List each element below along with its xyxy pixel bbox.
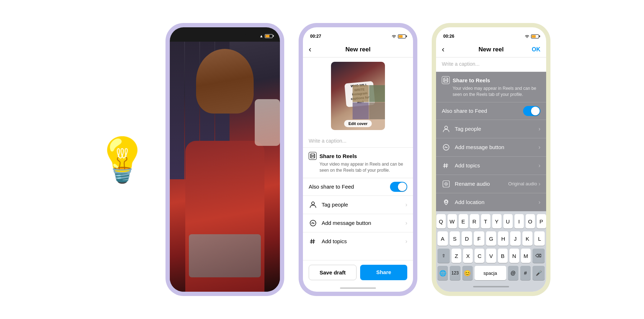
- key-Y[interactable]: Y: [492, 214, 502, 228]
- reel-grid: [353, 85, 385, 119]
- phone3-tag-people-chevron: ›: [539, 126, 540, 132]
- phone3-also-share-label: Also share to Feed: [442, 108, 487, 114]
- phone-3-title: New reel: [453, 46, 530, 53]
- svg-point-11: [445, 79, 446, 81]
- key-S[interactable]: S: [450, 231, 460, 246]
- phone-3-wifi-icon: [525, 34, 530, 38]
- svg-line-17: [446, 163, 447, 168]
- key-globe[interactable]: 🌐: [437, 266, 448, 280]
- lightbulb-emoji: 💡: [95, 138, 149, 181]
- keyboard-row-1: Q W E R T Y U I O P: [437, 214, 545, 228]
- key-V[interactable]: V: [486, 249, 496, 263]
- phone3-add-message-label: Add message button: [455, 144, 539, 150]
- key-B[interactable]: B: [498, 249, 508, 263]
- phone-3-ok-button[interactable]: OK: [530, 46, 540, 53]
- tag-people-label: Tag people: [322, 202, 405, 208]
- phone-1-inner: ▲: [170, 27, 280, 292]
- phone3-add-topics-item[interactable]: Add topics ›: [436, 157, 546, 175]
- phone-2-caption-input[interactable]: Write a caption...: [303, 134, 413, 148]
- key-E[interactable]: E: [459, 214, 468, 228]
- reel-grid-cell-1: [353, 85, 369, 102]
- key-J[interactable]: J: [510, 231, 521, 246]
- key-G[interactable]: G: [486, 231, 496, 246]
- phone-2-battery-icon: [398, 34, 406, 38]
- phone-3-back-button[interactable]: ‹: [442, 45, 453, 54]
- add-topics-label: Add topics: [322, 238, 405, 244]
- phone3-rename-audio-item[interactable]: Rename audio Original audio ›: [436, 175, 546, 193]
- phone3-add-location-item[interactable]: Add location ›: [436, 193, 546, 211]
- phone-1-photo-person: [170, 42, 280, 292]
- svg-point-23: [445, 200, 447, 203]
- add-message-chevron: ›: [405, 220, 407, 226]
- key-K[interactable]: K: [522, 231, 533, 246]
- key-D[interactable]: D: [462, 231, 472, 246]
- key-hash[interactable]: #: [520, 266, 531, 280]
- bottom-buttons: Save draft Share: [303, 260, 413, 285]
- key-O[interactable]: O: [526, 214, 535, 228]
- key-at[interactable]: @: [508, 266, 518, 280]
- key-A[interactable]: A: [437, 231, 448, 246]
- phone3-add-message-item[interactable]: Add message button ›: [436, 138, 546, 157]
- key-N[interactable]: N: [509, 249, 519, 263]
- svg-point-4: [312, 202, 314, 205]
- key-shift[interactable]: ⇧: [437, 249, 450, 263]
- key-mic[interactable]: 🎤: [532, 266, 545, 280]
- key-Q[interactable]: Q: [436, 214, 446, 228]
- phone3-tag-people-item[interactable]: Tag people ›: [436, 120, 546, 138]
- phone3-also-share-toggle[interactable]: [523, 106, 540, 116]
- key-R[interactable]: R: [470, 214, 479, 228]
- svg-line-6: [311, 239, 312, 244]
- key-L[interactable]: L: [534, 231, 545, 246]
- edit-cover-button[interactable]: Edit cover: [344, 120, 372, 127]
- keyboard-row-3: ⇧ Z X C V B N M ⌫: [437, 249, 545, 263]
- phone3-add-location-icon: [442, 198, 450, 207]
- add-message-icon: [309, 219, 317, 227]
- phone3-share-to-reels-subtitle: Your video may appear in Reels and can b…: [442, 85, 540, 98]
- person-icon-svg: [309, 201, 317, 208]
- key-space[interactable]: spacja: [475, 266, 506, 280]
- tag-people-icon: [309, 200, 317, 209]
- phone3-rename-audio-label: Rename audio: [455, 181, 508, 187]
- hash-icon-svg: [309, 238, 317, 245]
- key-delete[interactable]: ⌫: [532, 249, 545, 263]
- key-123[interactable]: 123: [450, 266, 460, 280]
- share-button[interactable]: Share: [360, 265, 407, 280]
- phone-2: 00:27 ‹ New reel: [299, 23, 417, 296]
- home-indicator-2: [303, 285, 413, 292]
- also-share-toggle[interactable]: [390, 182, 407, 192]
- phone-3: 00:26 ‹ New reel OK: [432, 23, 550, 296]
- phone-3-caption-input[interactable]: Write a caption...: [436, 57, 546, 72]
- phone-2-notch: [336, 27, 380, 37]
- key-T[interactable]: T: [481, 214, 490, 228]
- phone-1-wifi-icon: ▲: [259, 34, 263, 38]
- phone-2-nav-bar: ‹ New reel: [303, 42, 413, 57]
- tag-people-item[interactable]: Tag people ›: [303, 196, 413, 214]
- key-emoji[interactable]: 😊: [462, 266, 473, 280]
- key-C[interactable]: C: [475, 249, 484, 263]
- phone3-hash-icon-svg: [443, 162, 450, 169]
- key-M[interactable]: M: [521, 249, 531, 263]
- key-F[interactable]: F: [474, 231, 484, 246]
- share-to-reels-title: Share to Reels: [319, 153, 357, 159]
- key-W[interactable]: W: [448, 214, 457, 228]
- key-I[interactable]: I: [514, 214, 524, 228]
- add-message-item[interactable]: Add message button ›: [303, 214, 413, 232]
- save-draft-button[interactable]: Save draft: [309, 265, 357, 280]
- phone-2-title: New reel: [319, 46, 396, 53]
- phone3-section-title-row: Share to Reels: [442, 76, 540, 84]
- key-U[interactable]: U: [503, 214, 513, 228]
- reel-grid-cell-3: [353, 102, 369, 119]
- toggle-thumb: [398, 182, 407, 191]
- tag-people-chevron: ›: [405, 202, 407, 208]
- key-X[interactable]: X: [463, 249, 473, 263]
- key-Z[interactable]: Z: [452, 249, 461, 263]
- phone3-add-topics-label: Add topics: [455, 162, 539, 168]
- phone3-location-icon-svg: [443, 199, 450, 206]
- add-topics-item[interactable]: Add topics ›: [303, 232, 413, 250]
- reel-thumbnail: WHO WILL WRITE instagram captions for me…: [331, 62, 385, 130]
- phone-2-back-button[interactable]: ‹: [309, 45, 319, 54]
- phone3-add-location-chevron: ›: [539, 199, 540, 205]
- key-H[interactable]: H: [498, 231, 508, 246]
- phone3-add-topics-icon: [442, 161, 450, 170]
- key-P[interactable]: P: [537, 214, 546, 228]
